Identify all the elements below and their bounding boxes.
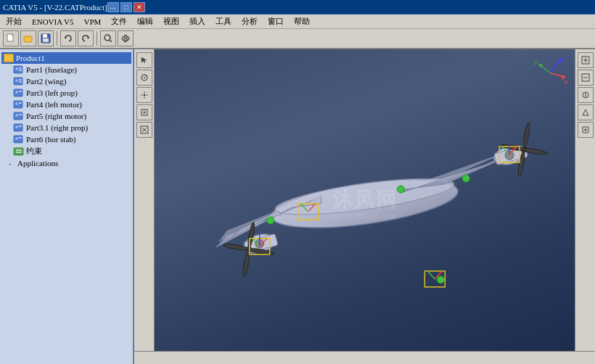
close-button[interactable]: ✕ — [134, 2, 145, 12]
right-tool-5[interactable] — [578, 122, 594, 138]
menu-item-编辑[interactable]: 编辑 — [133, 15, 157, 28]
maximize-button[interactable]: □ — [120, 2, 132, 12]
svg-point-41 — [144, 77, 145, 78]
constraint-icon — [13, 146, 25, 157]
svg-point-82 — [267, 217, 274, 224]
svg-point-29 — [15, 114, 18, 117]
svg-marker-64 — [233, 211, 282, 236]
part-icon-1 — [13, 65, 25, 75]
toolbar-btn-rotate[interactable] — [118, 30, 134, 46]
toolbar — [0, 29, 595, 49]
tree-item-constraint[interactable]: 约束 — [1, 145, 131, 157]
svg-point-13 — [125, 38, 126, 39]
tree-part3-label: Part3 (left prop) — [26, 88, 78, 97]
svg-point-19 — [15, 79, 18, 82]
left-tool-pan[interactable] — [136, 87, 152, 103]
menu-item-视图[interactable]: 视图 — [159, 15, 184, 28]
toolbar-btn-new[interactable] — [3, 30, 19, 46]
right-tool-1[interactable] — [578, 52, 594, 68]
title-bar: CATIA V5 - [V-22.CATProduct] — □ ✕ — [0, 0, 595, 15]
tree-item-part6[interactable]: Part6 (hor stab) — [1, 133, 131, 145]
toolbar-btn-open[interactable] — [20, 30, 36, 46]
viewport-content: z y x — [155, 49, 575, 351]
tree-item-part1[interactable]: Part1 (fuselage) — [1, 64, 131, 75]
svg-point-42 — [143, 94, 145, 96]
part-icon-2 — [13, 76, 25, 86]
tree-part4-label: Part4 (left motor) — [26, 100, 82, 109]
product-icon — [3, 53, 15, 63]
part-icon-5 — [13, 111, 25, 121]
tree-item-part2[interactable]: Part2 (wing) — [1, 75, 131, 87]
svg-point-32 — [15, 125, 18, 128]
svg-point-84 — [462, 175, 469, 182]
left-toolbar — [134, 49, 155, 351]
aircraft-model — [155, 49, 575, 351]
menu-item-窗口[interactable]: 窗口 — [263, 15, 288, 28]
svg-rect-20 — [19, 79, 22, 80]
toolbar-btn-undo[interactable] — [60, 30, 76, 46]
left-tool-normal[interactable] — [136, 122, 152, 138]
toolbar-btn-redo[interactable] — [78, 30, 94, 46]
part-icon-3 — [13, 88, 25, 98]
part-icon-6 — [13, 134, 25, 144]
svg-rect-5 — [43, 34, 47, 38]
svg-point-15 — [15, 67, 18, 70]
menu-item-工具[interactable]: 工具 — [211, 15, 236, 28]
tree-applications-label: Applications — [17, 159, 58, 167]
right-toolbar — [575, 49, 595, 351]
menu-item-VPM[interactable]: VPM — [80, 17, 106, 27]
svg-rect-27 — [19, 102, 22, 104]
svg-point-23 — [15, 91, 18, 94]
svg-rect-33 — [19, 125, 22, 127]
tree-item-applications[interactable]: - Applications — [1, 157, 131, 169]
svg-rect-16 — [19, 67, 22, 69]
svg-rect-24 — [19, 91, 22, 92]
title-text: CATIA V5 - [V-22.CATProduct] — [3, 3, 107, 12]
right-tool-4[interactable] — [578, 104, 594, 120]
svg-rect-36 — [19, 137, 22, 138]
tree-constraint-label: 约束 — [26, 146, 42, 157]
part-icon-3-1 — [13, 123, 25, 133]
toolbar-btn-save[interactable] — [38, 30, 54, 46]
minimize-button[interactable]: — — [107, 2, 119, 12]
svg-rect-6 — [43, 38, 49, 42]
tree-root-label: Product1 — [16, 54, 45, 62]
svg-rect-30 — [19, 114, 22, 115]
right-tool-2[interactable] — [578, 70, 594, 86]
svg-point-35 — [15, 137, 18, 140]
expand-icon: - — [4, 158, 16, 168]
tree-item-part5[interactable]: Part5 (right motor) — [1, 110, 131, 122]
tree-part2-label: Part2 (wing) — [26, 77, 66, 86]
svg-rect-3 — [24, 36, 28, 37]
tree-item-part3-1[interactable]: Part3.1 (right prop) — [1, 122, 131, 133]
viewport[interactable]: z y x — [134, 49, 595, 364]
main-area: Product1 Part1 (fuselage) — [0, 49, 595, 364]
svg-point-26 — [15, 102, 18, 105]
menu-item-帮助[interactable]: 帮助 — [290, 15, 314, 28]
menu-item-文件[interactable]: 文件 — [107, 15, 131, 28]
svg-point-85 — [437, 276, 444, 284]
menu-item-ENOVIA V5[interactable]: ENOVIA V5 — [28, 17, 78, 27]
svg-marker-65 — [440, 159, 498, 184]
svg-line-10 — [110, 40, 112, 42]
menu-item-开始[interactable]: 开始 — [1, 15, 26, 28]
tree-item-part4[interactable]: Part4 (left motor) — [1, 99, 131, 110]
svg-rect-17 — [19, 70, 22, 71]
left-tool-zoom-fit[interactable] — [136, 104, 152, 120]
tree-item-root[interactable]: Product1 — [1, 52, 131, 64]
tree-item-part3[interactable]: Part3 (left prop) — [1, 87, 131, 99]
menu-bar: 开始ENOVIA V5VPM文件编辑视图插入工具分析窗口帮助 — [0, 15, 595, 29]
toolbar-btn-zoom[interactable] — [100, 30, 116, 46]
svg-point-83 — [397, 186, 404, 193]
tree-part3-1-label: Part3.1 (right prop) — [26, 123, 88, 132]
right-tool-3[interactable] — [578, 87, 594, 103]
menu-item-分析[interactable]: 分析 — [237, 15, 262, 28]
left-tool-rotate[interactable] — [136, 70, 152, 86]
tree-part5-label: Part5 (right motor) — [26, 112, 86, 120]
toolbar-separator-1 — [57, 31, 57, 46]
part-icon-4 — [13, 99, 25, 109]
svg-marker-107 — [583, 109, 588, 115]
svg-point-73 — [522, 122, 531, 148]
menu-item-插入[interactable]: 插入 — [185, 15, 210, 28]
left-tool-select[interactable] — [136, 52, 152, 68]
